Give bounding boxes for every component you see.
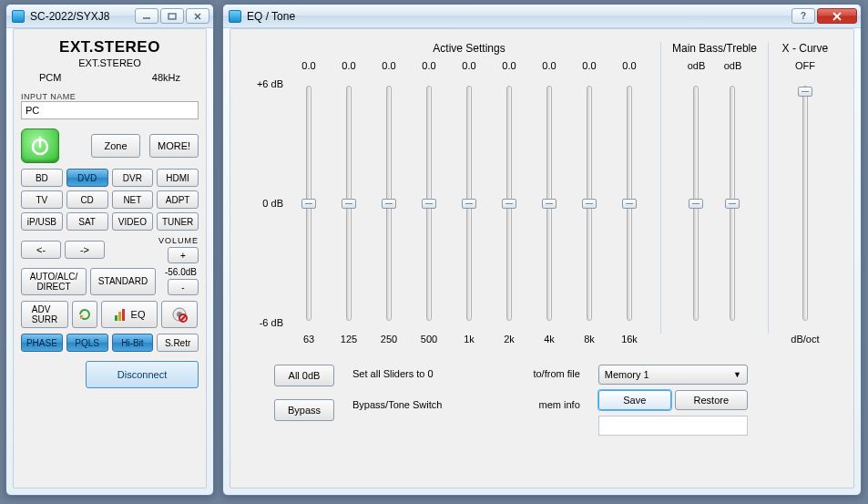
minimize-button[interactable] — [135, 8, 158, 24]
volume-up-button[interactable]: + — [168, 247, 199, 263]
titlebar-right[interactable]: EQ / Tone ? — [223, 5, 861, 28]
input-tuner-button[interactable]: TUNER — [157, 212, 199, 231]
eq-value-2k: 0.0 — [489, 60, 529, 75]
eq-value-16k: 0.0 — [609, 60, 649, 75]
bypass-button[interactable]: Bypass — [274, 399, 334, 421]
eq-band-label-1k: 1k — [449, 334, 489, 345]
close-button-right[interactable] — [817, 8, 857, 24]
eq-value-1k: 0.0 — [449, 60, 489, 75]
refresh-button[interactable] — [72, 301, 97, 328]
xcurve-slider[interactable] — [798, 87, 812, 97]
more-button[interactable]: MORE! — [149, 134, 199, 158]
eq-slider-8k[interactable] — [582, 199, 597, 209]
equalizer-icon — [114, 308, 128, 321]
eq-active-group: Active Settings 0.00.00.00.00.00.00.00.0… — [289, 42, 649, 345]
main-control-window: SC-2022/SYXJ8 EXT.STEREO EXT.STEREO PCM … — [5, 4, 214, 496]
toggle-phase-button[interactable]: PHASE — [21, 334, 63, 352]
svg-rect-5 — [118, 312, 121, 321]
eq-value-250: 0.0 — [369, 60, 409, 75]
power-button[interactable] — [21, 129, 59, 163]
eq-value-63: 0.0 — [289, 60, 329, 75]
eq-slider-250[interactable] — [382, 199, 396, 209]
eq-band-label-16k: 16k — [609, 334, 649, 345]
window-title-left: SC-2022/SYXJ8 — [30, 10, 109, 23]
input-dvr-button[interactable]: DVR — [112, 169, 154, 187]
input-tv-button[interactable]: TV — [21, 190, 63, 209]
volume-value: -56.0dB — [163, 267, 199, 277]
eq-band-label-63: 63 — [289, 334, 329, 345]
svg-rect-6 — [122, 309, 125, 321]
eq-band-label-2k: 2k — [489, 334, 529, 345]
display-format: PCM — [39, 72, 61, 83]
svg-rect-4 — [115, 315, 117, 321]
tone-group: Main Bass/Treble odB odB — [672, 42, 757, 345]
input-ipusb-button[interactable]: iP/USB — [21, 212, 63, 231]
app-icon — [12, 10, 25, 23]
eq-band-label-4k: 4k — [529, 334, 569, 345]
input-name-field[interactable] — [21, 101, 199, 119]
input-video-button[interactable]: VIDEO — [112, 212, 154, 231]
input-adpt-button[interactable]: ADPT — [157, 190, 199, 209]
volume-label: VOLUME — [158, 236, 199, 245]
db-scale-labels: +6 dB 0 dB -6 dB — [250, 78, 283, 328]
toggle-pqls-button[interactable]: PQLS — [66, 334, 108, 352]
save-button[interactable]: Save — [598, 390, 671, 410]
eq-value-500: 0.0 — [409, 60, 449, 75]
all-0db-button[interactable]: All 0dB — [274, 365, 334, 386]
eq-tone-window: EQ / Tone ? Active Settings 0.00.00.00.0… — [222, 4, 862, 496]
input-dvd-button[interactable]: DVD — [66, 169, 108, 187]
standard-button[interactable]: STANDARD — [90, 268, 156, 295]
eq-band-label-500: 500 — [409, 334, 449, 345]
eq-slider-4k[interactable] — [542, 199, 557, 209]
window-title-right: EQ / Tone — [247, 10, 295, 23]
bypass-desc: Bypass/Tone Switch — [352, 399, 442, 410]
zone-button[interactable]: Zone — [91, 134, 140, 158]
all-0db-desc: Set all Sliders to 0 — [352, 368, 442, 379]
close-button-left[interactable] — [186, 8, 209, 24]
meminfo-field[interactable] — [598, 416, 748, 436]
disconnect-button[interactable]: Disconnect — [86, 361, 199, 388]
toggle-hibit-button[interactable]: Hi-Bit — [112, 334, 154, 352]
input-hdmi-button[interactable]: HDMI — [157, 169, 199, 187]
restore-button[interactable]: Restore — [675, 390, 748, 410]
treble-slider[interactable] — [725, 199, 740, 209]
eq-slider-2k[interactable] — [502, 199, 516, 209]
eq-button[interactable]: EQ — [101, 301, 158, 328]
volume-down-button[interactable]: - — [168, 279, 199, 295]
maximize-button[interactable] — [160, 8, 184, 24]
eq-slider-500[interactable] — [422, 199, 436, 209]
stop-button[interactable] — [161, 301, 198, 328]
eq-slider-63[interactable] — [301, 199, 316, 209]
eq-band-label-250: 250 — [369, 334, 409, 345]
input-sat-button[interactable]: SAT — [66, 212, 108, 231]
titlebar-left[interactable]: SC-2022/SYXJ8 — [6, 5, 213, 28]
eq-band-label-8k: 8k — [569, 334, 609, 345]
toggle-sretr-button[interactable]: S.Retr — [157, 334, 199, 352]
xcurve-group: X - Curve OFF dB/oct — [780, 42, 831, 345]
tofrom-label: to/from file — [533, 368, 579, 379]
adv-surr-button[interactable]: ADV SURR — [21, 301, 68, 328]
nav-prev-button[interactable]: <- — [21, 241, 61, 259]
input-net-button[interactable]: NET — [112, 190, 154, 209]
input-name-label: INPUT NAME — [21, 92, 199, 101]
auto-alc-direct-button[interactable]: AUTO/ALC/ DIRECT — [21, 268, 87, 295]
eq-slider-125[interactable] — [342, 199, 356, 209]
eq-value-8k: 0.0 — [569, 60, 609, 75]
app-icon — [229, 10, 241, 23]
eq-slider-1k[interactable] — [462, 199, 476, 209]
eq-slider-16k[interactable] — [622, 199, 637, 209]
memory-select[interactable]: Memory 1▼ — [598, 365, 748, 385]
svg-rect-1 — [168, 14, 176, 19]
eq-value-4k: 0.0 — [529, 60, 569, 75]
chevron-down-icon: ▼ — [733, 370, 741, 379]
eq-value-125: 0.0 — [329, 60, 369, 75]
display-rate: 48kHz — [152, 72, 180, 83]
input-bd-button[interactable]: BD — [21, 169, 63, 187]
help-button[interactable]: ? — [791, 8, 815, 24]
display-sub: EXT.STEREO — [21, 57, 199, 68]
nav-next-button[interactable]: -> — [65, 241, 105, 259]
eq-band-label-125: 125 — [329, 334, 369, 345]
display-main: EXT.STEREO — [21, 38, 199, 57]
bass-slider[interactable] — [689, 199, 703, 209]
input-cd-button[interactable]: CD — [66, 190, 108, 209]
